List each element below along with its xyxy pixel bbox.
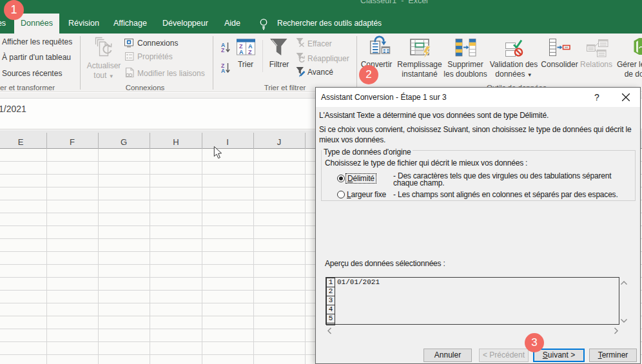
svg-text:A: A <box>239 49 244 55</box>
svg-text:Z: Z <box>248 49 252 55</box>
svg-text:Z: Z <box>221 47 224 53</box>
svg-text:A: A <box>221 68 225 74</box>
